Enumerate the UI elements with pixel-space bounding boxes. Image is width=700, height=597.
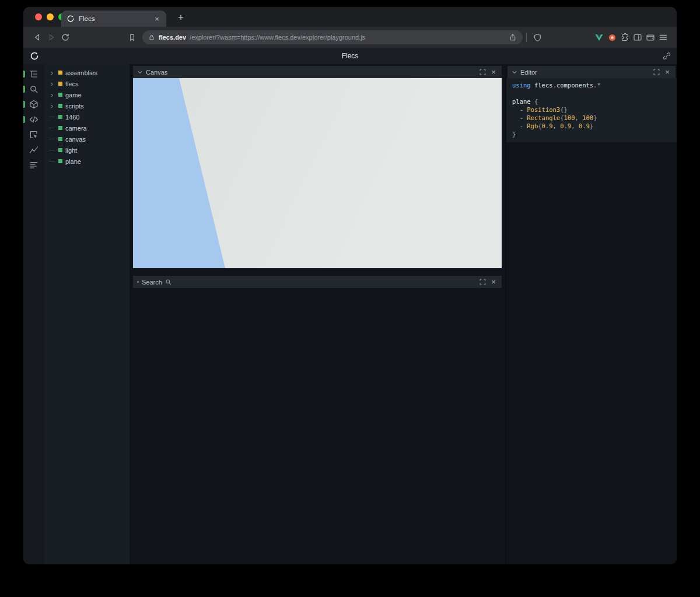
editor-panel-title: Editor — [520, 69, 537, 76]
app-body: ›assemblies›flecs›game›scripts1460camera… — [23, 64, 677, 564]
app-header: Flecs — [23, 48, 677, 64]
tree-item-1460[interactable]: 1460 — [44, 111, 130, 122]
code-line: - Rgb{0.9, 0.9, 0.9} — [506, 122, 677, 130]
url-domain: flecs.dev — [159, 34, 186, 41]
expand-chevron-icon[interactable]: › — [48, 103, 55, 110]
tree-item-assemblies[interactable]: ›assemblies — [44, 67, 130, 78]
chevron-down-icon[interactable] — [137, 69, 143, 75]
tab-title: Flecs — [79, 15, 149, 22]
tab-close-button[interactable]: × — [153, 15, 161, 23]
expand-icon[interactable] — [478, 278, 487, 286]
entity-color-square — [58, 137, 62, 141]
code-line: } — [506, 130, 677, 138]
close-icon[interactable]: × — [489, 278, 498, 286]
share-icon[interactable] — [509, 33, 517, 41]
entity-tree: ›assemblies›flecs›game›scripts1460camera… — [44, 64, 130, 564]
extensions-puzzle-icon[interactable] — [618, 31, 631, 44]
address-bar[interactable]: flecs.dev /explorer/?wasm=https://www.fl… — [142, 30, 523, 44]
entity-label: canvas — [65, 136, 86, 143]
collapsed-bullet-icon — [137, 281, 139, 283]
toolbar-divider — [526, 33, 527, 42]
search-panel: Search × — [133, 276, 502, 288]
expand-chevron-icon[interactable]: › — [48, 69, 55, 76]
canvas-panel-title: Canvas — [146, 69, 167, 76]
chart-icon — [29, 145, 38, 154]
tree-icon — [29, 69, 38, 79]
expand-chevron-icon[interactable]: › — [48, 92, 55, 99]
entity-color-square — [58, 126, 62, 130]
app-title: Flecs — [342, 52, 359, 60]
entity-label: flecs — [65, 80, 79, 87]
canvas-panel: Canvas × — [133, 66, 502, 268]
tab-strip: Flecs × + — [23, 7, 677, 27]
entity-color-square — [58, 82, 62, 86]
tab-favicon-flecs-logo-icon — [66, 15, 75, 23]
stats-icon — [29, 160, 38, 170]
reload-button[interactable] — [58, 30, 72, 44]
entity-color-square — [58, 93, 62, 97]
browser-tab[interactable]: Flecs × — [61, 10, 166, 27]
close-window-button[interactable] — [35, 13, 42, 20]
sidebar-tree-button[interactable] — [26, 69, 42, 79]
code-line — [506, 89, 677, 97]
entity-color-square — [58, 104, 62, 108]
tree-item-scripts[interactable]: ›scripts — [44, 100, 130, 111]
entity-label: plane — [65, 158, 81, 165]
bookmark-icon[interactable] — [125, 30, 139, 44]
sidebar-inspector-button[interactable] — [26, 129, 42, 140]
tree-guide-line — [48, 150, 55, 150]
entity-label: camera — [65, 125, 87, 132]
search-icon — [165, 279, 172, 285]
sidebar-toggle-icon[interactable] — [631, 31, 644, 44]
main-area: Canvas × Search — [130, 64, 505, 564]
tree-item-canvas[interactable]: canvas — [44, 134, 130, 145]
search-panel-header[interactable]: Search × — [133, 276, 502, 288]
tree-item-plane[interactable]: plane — [44, 156, 130, 167]
expand-chevron-icon[interactable]: › — [48, 80, 55, 87]
shield-icon[interactable] — [530, 30, 544, 44]
chevron-down-icon[interactable] — [512, 69, 517, 75]
code-line: - Rectangle{100, 100} — [506, 114, 677, 122]
entity-color-square — [58, 71, 62, 75]
tree-item-camera[interactable]: camera — [44, 122, 130, 134]
code-line: plane { — [506, 97, 677, 106]
sidebar-code-button[interactable] — [26, 114, 42, 125]
menu-icon[interactable] — [657, 31, 670, 44]
tree-guide-line — [48, 128, 55, 128]
url-path: /explorer/?wasm=https://www.flecs.dev/ex… — [190, 34, 505, 41]
canvas-viewport[interactable] — [133, 78, 502, 268]
tree-guide-line — [48, 117, 55, 117]
entity-label: 1460 — [65, 114, 79, 121]
tree-item-light[interactable]: light — [44, 145, 130, 156]
entity-color-square — [58, 159, 62, 163]
back-button[interactable] — [30, 30, 44, 44]
search-icon — [29, 85, 38, 94]
sidebar-search-button[interactable] — [26, 84, 42, 94]
close-icon[interactable]: × — [663, 68, 671, 76]
entity-label: light — [65, 147, 77, 154]
forward-button[interactable] — [44, 30, 58, 44]
wallet-icon[interactable] — [644, 31, 657, 44]
icon-sidebar — [23, 64, 44, 564]
expand-icon[interactable] — [478, 68, 487, 76]
tree-item-flecs[interactable]: ›flecs — [44, 78, 130, 89]
sidebar-box-button[interactable] — [26, 99, 42, 110]
tree-guide-line — [48, 139, 55, 139]
expand-icon[interactable] — [652, 68, 660, 76]
screen: Flecs × + flecs.dev — [0, 0, 700, 597]
code-icon — [29, 115, 38, 124]
entity-color-square — [58, 115, 62, 119]
link-icon[interactable] — [663, 52, 671, 60]
close-icon[interactable]: × — [489, 68, 498, 76]
inspector-icon — [29, 130, 38, 139]
sidebar-stats-button[interactable] — [26, 160, 42, 170]
entity-label: scripts — [65, 103, 84, 110]
tree-item-game[interactable]: ›game — [44, 89, 130, 100]
editor-panel: Editor × using flecs.components.* plane … — [505, 64, 677, 564]
minimize-window-button[interactable] — [47, 13, 54, 20]
vue-devtools-extension-icon[interactable] — [593, 31, 606, 44]
sidebar-chart-button[interactable] — [26, 145, 42, 155]
orange-extension-icon[interactable] — [606, 31, 618, 44]
editor-code[interactable]: using flecs.components.* plane { - Posit… — [506, 78, 677, 142]
new-tab-button[interactable]: + — [175, 12, 187, 23]
